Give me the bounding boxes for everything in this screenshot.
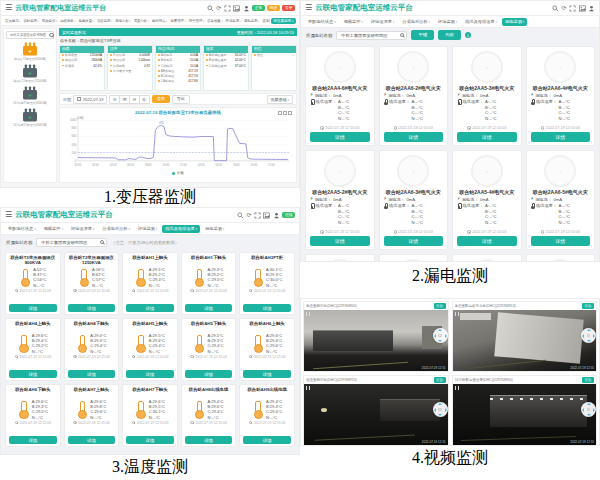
screenshot-icon[interactable] — [579, 5, 586, 12]
card-detail-button[interactable]: 详情 — [126, 436, 174, 444]
user-icon[interactable] — [273, 212, 280, 219]
nav-menu-item[interactable]: 能耗报表 — [151, 19, 168, 23]
nav-menu-item[interactable]: 运维服务 — [59, 19, 76, 23]
query-button[interactable]: 查询 — [152, 95, 170, 103]
pan-left-icon[interactable] — [434, 408, 436, 412]
refresh-icon[interactable]: ⟳ — [246, 212, 251, 218]
status-badge[interactable]: 在线 — [282, 212, 295, 219]
search-icon[interactable] — [399, 33, 404, 38]
nav-tab[interactable]: 分项电耗分析 — [399, 18, 433, 26]
pan-left-icon[interactable] — [582, 408, 584, 412]
nav-menu-item[interactable]: 用电分析 — [114, 19, 131, 23]
status-badge[interactable]: 正常 — [252, 5, 265, 12]
card-detail-button[interactable]: 详情 — [126, 304, 174, 312]
period-button[interactable]: 周 — [120, 96, 130, 103]
pan-down-icon[interactable] — [438, 340, 442, 342]
card-detail-button[interactable]: 详情 — [9, 304, 57, 312]
pan-right-icon[interactable] — [593, 334, 595, 338]
status-badge[interactable]: 预警 — [267, 5, 280, 12]
nav-menu-item[interactable]: 首页概况 — [4, 19, 21, 23]
refresh-icon[interactable]: ⟳ — [216, 5, 221, 11]
ptz-pan-control[interactable] — [433, 328, 448, 343]
nav-tab[interactable]: 变配电站状态 — [305, 18, 339, 26]
tile-view-button[interactable]: 平铺 — [411, 30, 434, 39]
nav-tab[interactable]: 视频监控 — [341, 18, 366, 26]
pan-left-icon[interactable] — [434, 334, 436, 338]
nav-item-selected[interactable]: 变压器监测 — [271, 18, 296, 24]
card-detail-button[interactable]: 详情 — [531, 132, 591, 142]
card-detail-button[interactable]: 详情 — [243, 436, 291, 444]
period-button[interactable]: 日 — [110, 96, 120, 103]
nav-tab[interactable]: 分项电耗分析 — [99, 225, 133, 233]
nav-menu-item[interactable]: 环境监测 — [225, 19, 242, 23]
nav-tab[interactable]: 线缆及母排温度 — [162, 225, 200, 233]
fullscreen-icon[interactable] — [569, 5, 576, 12]
pan-right-icon[interactable] — [593, 408, 595, 412]
pan-down-icon[interactable] — [587, 414, 591, 416]
card-detail-button[interactable]: 详情 — [310, 236, 370, 246]
card-detail-button[interactable]: 详情 — [126, 370, 174, 378]
station-search-box[interactable] — [6, 31, 54, 39]
pan-right-icon[interactable] — [445, 334, 447, 338]
nav-menu-item[interactable]: 需量分析 — [133, 19, 150, 23]
nav-menu-item[interactable]: 电费管理 — [169, 19, 186, 23]
search-icon[interactable] — [49, 33, 54, 38]
sidebar-transformer-item[interactable]: + 联合站T3变压器(800kVA) — [4, 42, 56, 61]
pan-down-icon[interactable] — [438, 414, 442, 416]
curve-select[interactable]: 负载曲线 — [267, 95, 293, 104]
card-detail-button[interactable]: 详情 — [531, 236, 591, 246]
pan-down-icon[interactable] — [587, 340, 591, 342]
nav-tab[interactable]: 视频监控 — [41, 225, 66, 233]
nav-tab[interactable]: 变配电站状态 — [5, 225, 39, 233]
card-detail-button[interactable]: 详情 — [384, 132, 444, 142]
user-icon[interactable] — [588, 5, 595, 12]
ptz-pan-control[interactable] — [581, 328, 596, 343]
list-view-button[interactable]: 列表 — [438, 30, 461, 39]
nav-menu-item[interactable]: 温度监测 — [261, 19, 269, 23]
pan-up-icon[interactable] — [587, 329, 591, 331]
export-button[interactable]: 导出 — [172, 95, 190, 104]
nav-tab[interactable]: 环境温湿度 — [68, 225, 97, 233]
nav-tab[interactable]: 漏电监测 — [502, 18, 527, 26]
pan-up-icon[interactable] — [587, 403, 591, 405]
card-detail-button[interactable]: 详情 — [68, 436, 116, 444]
fullscreen-icon[interactable] — [254, 212, 261, 219]
ptz-button[interactable]: 云台 — [582, 303, 594, 309]
card-detail-button[interactable]: 详情 — [68, 370, 116, 378]
card-detail-button[interactable]: 详情 — [185, 436, 233, 444]
user-icon[interactable] — [243, 5, 250, 12]
search-icon[interactable] — [552, 5, 559, 12]
sidebar-transformer-item[interactable]: + 24#箱变T2变压器(630kVA) — [4, 108, 56, 127]
fullscreen-icon[interactable] — [224, 5, 231, 12]
refresh-icon[interactable]: ⟳ — [561, 5, 566, 11]
hamburger-menu-icon[interactable]: ☰ — [5, 211, 12, 219]
station-filter-box[interactable] — [336, 31, 407, 40]
info-icon[interactable]: i — [465, 32, 471, 38]
card-detail-button[interactable]: 详情 — [185, 304, 233, 312]
chart-zoom-icon[interactable] — [288, 111, 292, 115]
pan-right-icon[interactable] — [445, 408, 447, 412]
nav-menu-item[interactable]: 报警管理 — [188, 19, 205, 23]
card-detail-button[interactable]: 详情 — [9, 370, 57, 378]
nav-menu-item[interactable]: 实时监测 — [22, 19, 39, 23]
date-picker[interactable]: 2022-07-19 — [73, 95, 107, 104]
nav-menu-item[interactable]: 电能质量 — [78, 19, 95, 23]
search-icon[interactable] — [207, 5, 214, 12]
sidebar-transformer-item[interactable]: + 24#箱变T1变压器(630kVA) — [4, 86, 56, 105]
card-detail-button[interactable]: 详情 — [243, 370, 291, 378]
period-button[interactable]: 年 — [140, 96, 149, 103]
card-detail-button[interactable]: 详情 — [243, 304, 291, 312]
card-detail-button[interactable]: 详情 — [9, 436, 57, 444]
card-detail-button[interactable]: 详情 — [185, 370, 233, 378]
pan-up-icon[interactable] — [438, 329, 442, 331]
station-filter-input[interactable] — [339, 32, 397, 39]
pan-left-icon[interactable] — [582, 334, 584, 338]
nav-menu-item[interactable]: 视频监控 — [41, 19, 58, 23]
hamburger-menu-icon[interactable]: ☰ — [305, 4, 312, 12]
ptz-button[interactable]: 云台 — [434, 377, 446, 383]
search-icon[interactable] — [99, 240, 104, 245]
chart-save-icon[interactable] — [278, 111, 282, 115]
card-detail-button[interactable]: 详情 — [310, 132, 370, 142]
card-detail-button[interactable]: 详情 — [457, 236, 517, 246]
nav-menu-item[interactable]: 设备档案 — [206, 19, 223, 23]
